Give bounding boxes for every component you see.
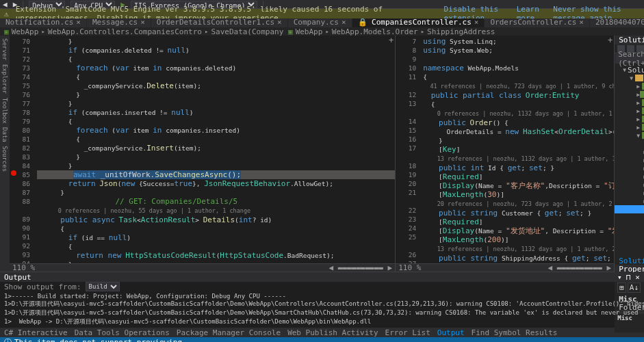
tab-solution-explorer[interactable]: Solution Explorer: [615, 256, 644, 265]
tree-item[interactable]: ▶CategoriesController.cs: [615, 246, 644, 254]
output-title: Output: [4, 273, 31, 282]
output-source-select[interactable]: Build: [86, 282, 120, 291]
tree-item[interactable]: Connected Services: [615, 140, 644, 148]
breakpoint-icon[interactable]: [11, 170, 16, 176]
editor-right: + 78910111213141516171819202122232425262…: [396, 36, 615, 272]
solution-tree: ▼Solution 'Mvc5Scaffolder' (9 projects)▼…: [615, 64, 644, 256]
close-icon[interactable]: ×: [140, 18, 145, 27]
close-icon[interactable]: ▾ ⊓ ×: [617, 273, 640, 282]
zoom-level[interactable]: 110 %: [398, 263, 421, 272]
explorer-tabs: Solution Explorer Team Explorer: [615, 256, 644, 265]
bottom-tab[interactable]: Data Tools Operations: [75, 328, 170, 337]
tree-item[interactable]: ▶App_Helpers: [615, 172, 644, 181]
close-icon[interactable]: ×: [579, 18, 584, 27]
proj-crumb[interactable]: WebApp: [9, 27, 42, 36]
perf-notification: ⚠ Extension 'SmartCode MVC5 Engine ver 3…: [0, 9, 644, 18]
tree-item[interactable]: ▶UnitOfWorkFramework: [615, 82, 644, 90]
tree-item[interactable]: ▼Controllers: [615, 205, 644, 213]
bottom-tab[interactable]: C# Interactive: [4, 328, 68, 337]
bottom-tab[interactable]: Error List: [385, 328, 430, 337]
ns-crumb[interactable]: WebApp.Controllers.CompaniesContro: [45, 27, 205, 36]
file-tab[interactable]: Message.cs×: [87, 18, 151, 27]
method-crumb[interactable]: SaveData(CompanyChangeViewModel: [208, 27, 284, 36]
tree-item[interactable]: ▼Solution 'Mvc5Scaffolder' (9 projects): [615, 66, 644, 74]
tree-item[interactable]: ▶References: [615, 156, 644, 164]
file-tab[interactable]: OrdersController.cs×: [485, 18, 589, 27]
tree-item[interactable]: ▶App_Data: [615, 164, 644, 172]
editor-left: + 70717273747576777879808182838485868788…: [10, 36, 396, 272]
tree-item[interactable]: ▶Repository.Pattern.Ef6: [615, 107, 644, 115]
file-tab[interactable]: Company.cs×: [288, 18, 352, 27]
zoom-level[interactable]: 110 %: [12, 263, 35, 272]
bottom-tab[interactable]: Find Symbol Results: [472, 328, 558, 337]
tree-item[interactable]: ▶Service.Pattern: [615, 115, 644, 123]
close-icon[interactable]: ×: [76, 18, 81, 27]
tree-item[interactable]: ▼Demo: [615, 74, 644, 82]
tree-item[interactable]: ▶App_Start: [615, 181, 644, 189]
file-tab[interactable]: 🔒 CompaniesController.cs×: [352, 18, 485, 27]
output-window: Output▾ ⊓ × Show output from: Build 1>--…: [0, 272, 644, 328]
output-from-label: Show output from:: [4, 282, 81, 291]
tree-item[interactable]: ▶AccountController.cs: [615, 213, 644, 222]
explorer-search[interactable]: Search Solution Explorer (Ctrl+;)🔍: [615, 54, 644, 64]
nav-bar-left: ▣ WebApp▸ WebApp.Controllers.CompaniesCo…: [0, 27, 284, 36]
line-gutter-left: 7071727374757677787980818283848586878889…: [10, 36, 34, 263]
left-tool-rail[interactable]: Server Explorer Toolbox Data Sources: [0, 36, 10, 272]
nav-back-icon[interactable]: ◀: [3, 0, 8, 9]
line-gutter-right: 7891011121314151617181920212223242526272…: [396, 36, 420, 263]
bottom-tab[interactable]: Web Publish Activity: [287, 328, 378, 337]
tree-item[interactable]: ▼WebApp: [615, 131, 644, 140]
solution-explorer: Solution Explorer ▾ ⊓ × Search Solution …: [615, 36, 644, 265]
code-right[interactable]: using System.Linq; using System.Web; nam…: [420, 36, 614, 263]
main-area: Server Explorer Toolbox Data Sources + 7…: [0, 36, 644, 272]
tree-item[interactable]: ▶Content: [615, 197, 644, 205]
close-icon[interactable]: ×: [474, 18, 479, 27]
file-tab[interactable]: OrderDetailsController1.cs×: [151, 18, 288, 27]
file-tab[interactable]: Notification.cs×: [0, 18, 87, 27]
tree-item[interactable]: ▶BaseCodesController.cs: [615, 230, 644, 238]
bottom-tab[interactable]: Output: [437, 328, 465, 337]
close-icon[interactable]: ×: [342, 18, 346, 27]
code-left[interactable]: } if (companies.deleted != null) { forea…: [34, 36, 395, 263]
tree-item[interactable]: ▶PublicPara.CodeText.Data: [615, 90, 644, 98]
preview-bar: ⓘ This item does not support previewing: [0, 337, 644, 342]
editor-footer-left: 110 % ◀ ▬▬▬▬▬▬▬▬▬▬ ▶: [10, 263, 395, 272]
tree-item[interactable]: ▶Properties: [615, 148, 644, 156]
output-text[interactable]: 1>------ Build started: Project: WebApp,…: [0, 291, 644, 328]
info-icon: ⓘ: [4, 337, 12, 343]
bottom-tab[interactable]: Package Manager Console: [177, 328, 281, 337]
tree-item[interactable]: ▶AccountManangeController.cs: [615, 222, 644, 230]
editor-footer-right: 110 % ◀ ▬▬▬▬▬▬▬▬▬▬ ▶: [396, 263, 614, 272]
document-tabs: Notification.cs×Message.cs×OrderDetailsC…: [0, 18, 644, 27]
bottom-tool-tabs: C# InteractiveData Tools OperationsPacka…: [0, 328, 644, 337]
preview-text: This item does not support previewing: [14, 338, 182, 343]
tree-item[interactable]: ▶ButtonAttribute.cs: [615, 238, 644, 246]
file-tab[interactable]: 20180404070509_desc.cs×: [590, 18, 644, 27]
nav-bar-right: ▣ WebApp▸ WebApp.Models.Order▸ ShippingA…: [284, 27, 502, 36]
warning-icon: ⚠: [4, 10, 9, 18]
explorer-title: Solution Explorer ▾ ⊓ ×: [615, 36, 644, 44]
tree-item[interactable]: ▶SqlHelper2: [615, 123, 644, 131]
tree-item[interactable]: ▶Repository.Pattern: [615, 98, 644, 107]
tree-item[interactable]: ▶Areas: [615, 189, 644, 197]
close-icon[interactable]: ×: [277, 18, 282, 27]
